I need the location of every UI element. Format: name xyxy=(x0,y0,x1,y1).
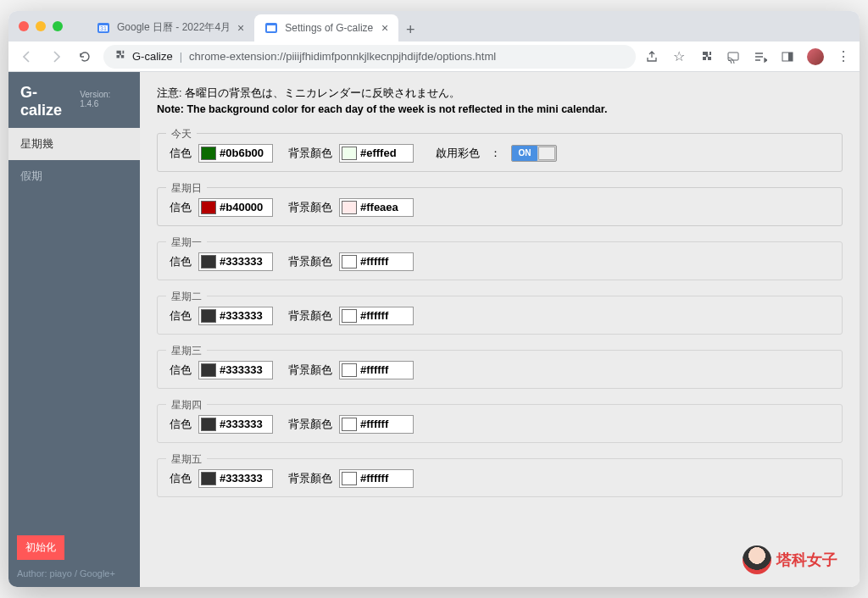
bg-color-label: 背景顏色 xyxy=(288,471,332,486)
app-title: G-calize xyxy=(20,84,75,119)
close-tab-icon[interactable]: × xyxy=(237,21,244,35)
tab-title: Settings of G-calize xyxy=(285,22,375,34)
color-hex-value: #333333 xyxy=(220,363,267,376)
color-swatch xyxy=(342,418,357,431)
text-color-picker[interactable]: #333333 xyxy=(198,361,273,379)
reload-button[interactable] xyxy=(75,47,95,67)
sidepanel-icon[interactable] xyxy=(780,49,795,64)
svg-rect-5 xyxy=(728,53,738,60)
text-color-picker[interactable]: #b40000 xyxy=(198,198,273,217)
back-button[interactable] xyxy=(17,47,37,67)
color-swatch xyxy=(201,147,216,160)
day-row: 信色#0b6b00背景顏色#efffed啟用彩色：ON xyxy=(170,144,830,163)
note-japanese: 注意: 各曜日の背景色は、ミニカレンダーに反映されません。 xyxy=(157,86,843,102)
address-extension-name: G-calize xyxy=(132,50,173,63)
color-swatch xyxy=(201,363,216,377)
enable-color-toggle[interactable]: ON xyxy=(511,145,557,162)
day-legend: 今天 xyxy=(166,127,197,141)
watermark-avatar-icon xyxy=(743,545,771,574)
bg-color-picker[interactable]: #ffffff xyxy=(339,361,414,379)
toggle-on-label: ON xyxy=(512,146,537,161)
cast-icon[interactable] xyxy=(726,49,741,64)
bg-color-label: 背景顏色 xyxy=(288,146,332,161)
page-content: G-calize Version: 1.4.6 星期幾 假期 初始化 Autho… xyxy=(8,72,860,587)
close-tab-icon[interactable]: × xyxy=(381,21,388,35)
text-color-picker[interactable]: #333333 xyxy=(198,469,273,488)
day-row: 信色#333333背景顏色#ffffff xyxy=(170,415,830,434)
svg-text:31: 31 xyxy=(100,25,107,31)
initialize-button[interactable]: 初始化 xyxy=(17,535,64,560)
day-group: 星期一信色#333333背景顏色#ffffff xyxy=(157,241,843,280)
browser-window: 31 Google 日曆 - 2022年4月 × Settings of G-c… xyxy=(8,11,860,587)
color-swatch xyxy=(201,255,216,269)
bg-color-picker[interactable]: #efffed xyxy=(339,144,414,163)
text-color-label: 信色 xyxy=(170,254,192,269)
text-color-label: 信色 xyxy=(170,417,192,432)
color-swatch xyxy=(201,201,216,214)
sidebar: G-calize Version: 1.4.6 星期幾 假期 初始化 Autho… xyxy=(8,72,140,587)
bg-color-picker[interactable]: #ffeaea xyxy=(339,198,414,217)
text-color-picker[interactable]: #333333 xyxy=(198,252,273,271)
color-swatch xyxy=(342,255,357,269)
address-bar[interactable]: G-calize | chrome-extension://piiijfhidi… xyxy=(103,45,636,69)
address-url: chrome-extension://piiijfhidimfponnkjlke… xyxy=(189,50,496,63)
share-icon[interactable] xyxy=(644,49,659,64)
minimize-window-button[interactable] xyxy=(36,21,46,31)
day-group: 星期二信色#333333背景顏色#ffffff xyxy=(157,296,843,335)
text-color-picker[interactable]: #0b6b00 xyxy=(198,144,273,163)
bg-color-label: 背景顏色 xyxy=(288,363,332,378)
watermark-text: 塔科女子 xyxy=(776,550,837,570)
text-color-label: 信色 xyxy=(170,471,192,486)
day-group: 星期五信色#333333背景顏色#ffffff xyxy=(157,458,843,497)
color-hex-value: #efffed xyxy=(360,147,408,159)
title-bar: 31 Google 日曆 - 2022年4月 × Settings of G-c… xyxy=(8,11,860,42)
day-legend: 星期日 xyxy=(166,181,207,196)
bg-color-picker[interactable]: #ffffff xyxy=(339,252,414,271)
extensions-icon[interactable] xyxy=(698,49,714,64)
forward-button[interactable] xyxy=(46,47,66,67)
profile-avatar[interactable] xyxy=(807,48,824,65)
color-swatch xyxy=(201,472,216,485)
day-legend: 星期三 xyxy=(166,344,207,358)
note-english: Note: The background color for each day … xyxy=(157,102,843,118)
day-legend: 星期四 xyxy=(166,398,207,413)
text-color-label: 信色 xyxy=(170,200,192,215)
text-color-picker[interactable]: #333333 xyxy=(198,415,273,434)
menu-icon[interactable]: ⋮ xyxy=(836,49,851,64)
color-swatch xyxy=(201,418,216,431)
tab-gcalize-settings[interactable]: Settings of G-calize × xyxy=(254,14,398,42)
close-window-button[interactable] xyxy=(19,21,29,31)
bg-color-picker[interactable]: #ffffff xyxy=(339,415,414,434)
day-row: 信色#333333背景顏色#ffffff xyxy=(170,252,830,271)
playlist-icon[interactable] xyxy=(753,49,768,64)
bg-color-picker[interactable]: #ffffff xyxy=(339,469,414,488)
text-color-label: 信色 xyxy=(170,363,192,378)
sidebar-item-weekdays[interactable]: 星期幾 xyxy=(8,128,140,160)
day-group: 星期日信色#b40000背景顏色#ffeaea xyxy=(157,187,843,226)
color-hex-value: #333333 xyxy=(220,309,267,322)
color-swatch xyxy=(342,147,357,160)
color-hex-value: #0b6b00 xyxy=(220,147,267,159)
day-row: 信色#333333背景顏色#ffffff xyxy=(170,469,830,488)
color-hex-value: #ffffff xyxy=(360,472,408,484)
color-hex-value: #ffeaea xyxy=(360,201,408,213)
star-icon[interactable]: ☆ xyxy=(671,49,687,64)
bg-color-picker[interactable]: #ffffff xyxy=(339,307,414,325)
color-hex-value: #ffffff xyxy=(360,309,408,322)
sidebar-nav: 星期幾 假期 xyxy=(8,128,140,192)
text-color-picker[interactable]: #333333 xyxy=(198,307,273,325)
sidebar-item-holidays[interactable]: 假期 xyxy=(8,160,140,192)
new-tab-button[interactable]: + xyxy=(398,18,422,42)
bg-color-label: 背景顏色 xyxy=(288,417,332,432)
maximize-window-button[interactable] xyxy=(53,21,63,31)
tab-title: Google 日曆 - 2022年4月 xyxy=(117,20,231,35)
color-hex-value: #333333 xyxy=(220,472,267,484)
text-color-label: 信色 xyxy=(170,146,192,161)
svg-rect-4 xyxy=(267,25,275,31)
color-hex-value: #b40000 xyxy=(220,201,267,213)
day-row: 信色#b40000背景顏色#ffeaea xyxy=(170,198,830,217)
tab-google-calendar[interactable]: 31 Google 日曆 - 2022年4月 × xyxy=(86,14,254,42)
google-plus-link[interactable]: Google+ xyxy=(80,568,115,579)
color-swatch xyxy=(342,309,357,323)
color-hex-value: #ffffff xyxy=(360,255,408,268)
